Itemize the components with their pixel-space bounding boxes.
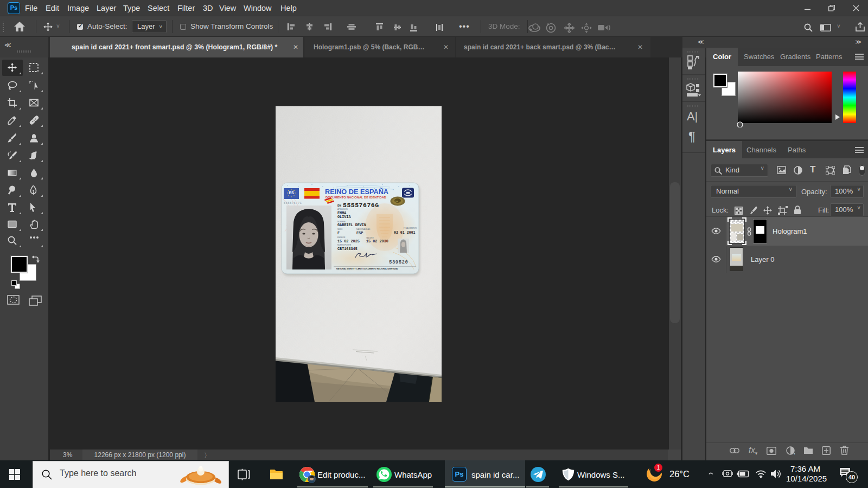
svg-text:NOMBRE: NOMBRE [337,221,346,223]
svg-text:SEXO: SEXO [337,228,343,230]
svg-text:NACIONALIDAD: NACIONALIDAD [356,228,371,230]
svg-text:55557677G: 55557677G [284,202,302,205]
svg-text:F: F [337,231,340,235]
svg-text:ES: ES [289,191,294,195]
svg-text:OLIVIA: OLIVIA [337,215,351,219]
svg-text:55557676G: 55557676G [343,202,379,209]
svg-text:DE: DE [395,200,398,203]
svg-text:APELLIDOS: APELLIDOS [337,208,348,210]
svg-text:DOCUMENTO NACIONAL DE IDENTIDA: DOCUMENTO NACIONAL DE IDENTIDAD [326,196,386,199]
svg-text:15 02 2030: 15 02 2030 [366,239,388,243]
svg-text:▾: ▾ [794,451,795,455]
svg-text:REINO DE ESPAÑA: REINO DE ESPAÑA [325,188,388,196]
svg-text:DN: DN [337,204,342,208]
svg-text:EMISION: EMISION [337,236,346,239]
svg-text:NUM SOPORTE: NUM SOPORTE [337,244,352,246]
svg-text:F. NACIMIENTO: F. NACIMIENTO [404,227,417,229]
svg-text:CBT168345: CBT168345 [337,247,358,251]
svg-text:VALIDEZ: VALIDEZ [366,237,374,239]
svg-text:NATIONAL IDENTITY CARD / DOCUM: NATIONAL IDENTITY CARD / DOCUMENTO NACIO… [336,268,398,270]
svg-text:ESP: ESP [356,231,363,235]
svg-text:539520: 539520 [389,260,408,265]
svg-text:02 01 2001: 02 01 2001 [394,231,416,235]
svg-text:15 02 2025: 15 02 2025 [337,239,360,243]
svg-text:GABRIEL DEVIN: GABRIEL DEVIN [337,223,366,227]
